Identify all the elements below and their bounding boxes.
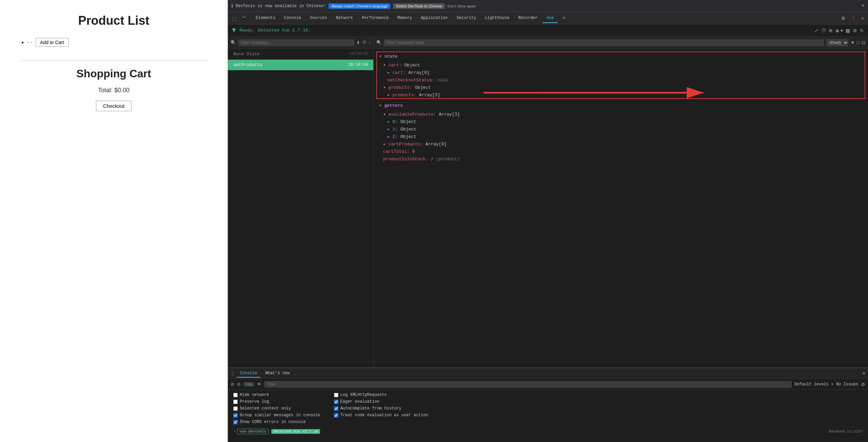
cart-arrow[interactable]: ▾ (383, 63, 386, 68)
opt-selected-context-checkbox[interactable] (233, 406, 238, 411)
tab-whats-new[interactable]: What's new (262, 369, 293, 378)
opt-log-xml-label: Log XMLHttpRequests (340, 393, 387, 397)
tab-security[interactable]: Security (453, 14, 480, 23)
opt-preserve-log-label: Preserve log (240, 399, 269, 404)
opt-show-cors-checkbox[interactable] (233, 420, 238, 424)
tree-cart-total: cartTotal: 0 (379, 148, 863, 156)
tab-console-bottom[interactable]: Console (237, 369, 260, 378)
export-icon[interactable]: ↑ (369, 40, 371, 45)
vue-refresh-icon[interactable]: ↻ (860, 28, 864, 33)
opt-autocomplete[interactable]: Autocomplete from history (334, 406, 428, 411)
opt-log-xml[interactable]: Log XMLHttpRequests (334, 393, 428, 397)
vue-move-icon[interactable]: ⤢ (814, 28, 818, 33)
console-block-icon[interactable]: ⊘ (237, 382, 241, 387)
state-arrow[interactable]: ▾ (379, 54, 382, 59)
console-context-badge[interactable]: top (243, 382, 254, 387)
state-root-select[interactable]: (Root) (826, 39, 848, 46)
tab-console[interactable]: Console (280, 14, 305, 23)
console-eye-icon[interactable]: 👁 (257, 382, 261, 387)
state-filter-input[interactable] (384, 39, 824, 46)
opt-eager-eval-checkbox[interactable] (334, 400, 338, 404)
opt-preserve-log[interactable]: Preserve log (233, 399, 320, 404)
mutation-set-products[interactable]: setProducts 16:34:44 (228, 60, 373, 71)
cart-array-arrow[interactable]: ▸ (387, 70, 390, 75)
vue-chart-icon[interactable]: ▦ (846, 28, 850, 33)
console-options-right: Log XMLHttpRequests Eager evaluation Aut… (334, 393, 428, 424)
obj-0-arrow[interactable]: ▸ (387, 119, 390, 124)
vue-settings-active-icon[interactable]: ⚙ (853, 28, 857, 33)
opt-show-cors[interactable]: Show CORS errors in console (233, 420, 320, 424)
tab-sources[interactable]: Sources (306, 14, 331, 23)
state-expand-icon[interactable]: ⊡ (862, 40, 865, 45)
mutation-base-state[interactable]: Base State 20/10/18 (228, 49, 373, 60)
opt-selected-context[interactable]: Selected context only (233, 406, 320, 411)
opt-group-similar-checkbox[interactable] (233, 413, 238, 418)
tree-product-in-stock: productIsInStock: ƒ (product) (379, 156, 863, 163)
opt-hide-network-checkbox[interactable] (233, 393, 238, 397)
notification-close-button[interactable]: × (861, 3, 865, 9)
settings-icon[interactable]: ⚙ (840, 15, 847, 22)
opt-autocomplete-checkbox[interactable] (334, 406, 338, 411)
inspect-element-icon[interactable]: ⬚ (231, 15, 238, 22)
console-tab-bar: ⋮ Console What's new × (228, 368, 868, 379)
opt-eager-eval[interactable]: Eager evaluation (334, 399, 428, 404)
available-arrow[interactable]: ▾ (383, 112, 386, 117)
timer-icon[interactable]: ⏱ (362, 40, 367, 45)
console-clear-icon[interactable]: ⊘ (231, 382, 234, 387)
tree-obj-0: ▸ 0: Object (379, 118, 863, 126)
opt-treat-code-eval[interactable]: Treat code evaluation as user action (334, 413, 428, 418)
match-language-button[interactable]: Always match Chrome's language (329, 3, 390, 9)
tree-available-products: ▾ availableProducts: Array[3] (379, 111, 863, 118)
device-toggle-icon[interactable]: 📱 (240, 15, 248, 22)
opt-hide-network[interactable]: Hide network (233, 393, 320, 397)
console-menu-icon[interactable]: ⋮ (231, 371, 235, 376)
state-tree: ▾ state ▾ cart: Object ▸ cart: Array[0] (379, 53, 863, 163)
mutations-filter-input[interactable] (238, 39, 354, 46)
import-icon[interactable]: ⬇ (356, 40, 360, 45)
state-copy-icon[interactable]: □ (857, 40, 860, 45)
cart-products-arrow[interactable]: ▸ (383, 142, 386, 147)
tab-memory[interactable]: Memory (393, 14, 416, 23)
console-close-button[interactable]: × (862, 370, 865, 377)
opt-preserve-log-checkbox[interactable] (233, 400, 238, 404)
tree-products-object: ▾ products: Object (379, 84, 863, 92)
add-to-cart-button[interactable]: Add to Cart (36, 38, 68, 47)
opt-treat-code-eval-checkbox[interactable] (334, 413, 338, 418)
state-filter-icon[interactable]: ▼ (850, 40, 855, 45)
cart-array-key: cart: (393, 70, 409, 75)
tab-right-icons: ⚙ ⋮ × (840, 15, 865, 22)
output-link[interactable]: backend.1s:2237 (829, 429, 863, 434)
console-levels-select[interactable]: Default levels ▾ (794, 382, 833, 387)
tab-vue[interactable]: Vue (542, 14, 558, 23)
console-settings-icon[interactable]: ⚙ (861, 382, 865, 387)
opt-group-similar[interactable]: Group similar messages in console (233, 413, 320, 418)
products-array-arrow[interactable]: ▸ (387, 93, 390, 98)
tab-application[interactable]: Application (417, 14, 452, 23)
switch-chinese-button[interactable]: Switch DevTools to Chinese (393, 3, 445, 9)
product-list: - - Add to Cart (20, 38, 207, 47)
obj-1-key: 1: (393, 127, 400, 132)
opt-log-xml-checkbox[interactable] (334, 393, 338, 397)
getters-arrow[interactable]: ▾ (379, 103, 382, 108)
products-arrow[interactable]: ▾ (383, 85, 386, 90)
vue-history-icon[interactable]: ⏱ (821, 28, 826, 33)
console-filter-input[interactable] (264, 381, 792, 388)
close-devtools-icon[interactable]: × (860, 15, 865, 22)
vue-component-icon[interactable]: ◈ ▾ (835, 28, 843, 33)
more-options-icon[interactable]: ⋮ (850, 15, 857, 22)
tab-more[interactable]: » (558, 14, 569, 23)
state-content: ▾ state ▾ cart: Object ▸ cart: Array[0] (374, 49, 868, 367)
tab-network[interactable]: Network (332, 14, 357, 23)
tab-elements[interactable]: Elements (252, 14, 279, 23)
obj-1-arrow[interactable]: ▸ (387, 127, 390, 132)
checkout-button[interactable]: Checkout (96, 101, 132, 111)
tab-recorder[interactable]: Recorder (514, 14, 542, 23)
cart-total-key: cartTotal: (383, 149, 412, 154)
tab-lighthouse[interactable]: Lighthouse (481, 14, 513, 23)
obj-2-arrow[interactable]: ▸ (387, 134, 390, 139)
vue-crosshair-icon[interactable]: ⊕ (829, 28, 833, 33)
dont-show-again-button[interactable]: Don't show again (448, 4, 476, 8)
tab-performance[interactable]: Performance (358, 14, 393, 23)
search-icon: 🔍 (231, 40, 236, 45)
output-expand-arrow[interactable]: › (233, 429, 236, 434)
